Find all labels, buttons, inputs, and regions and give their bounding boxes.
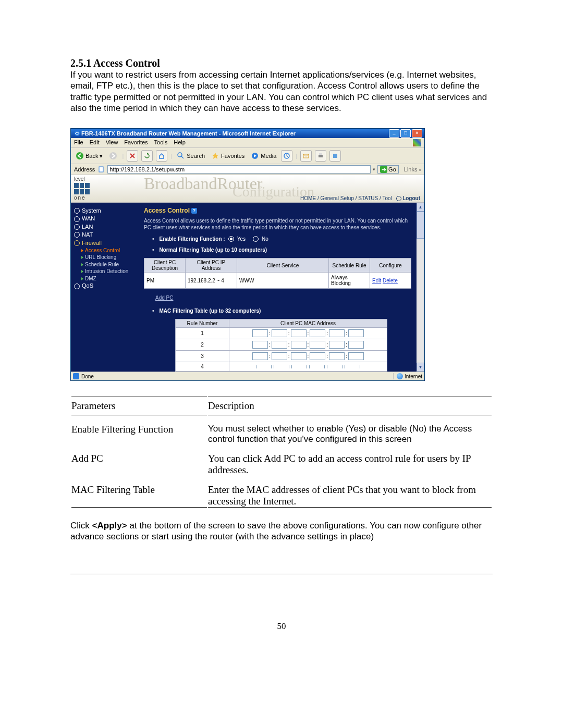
svg-line-4 xyxy=(181,156,183,158)
normal-filtering-title: Normal Filtering Table (up to 10 compute… xyxy=(152,247,411,253)
refresh-button[interactable] xyxy=(141,150,153,162)
parameters-table: Parameters Description Enable Filtering … xyxy=(70,396,493,509)
favorites-button[interactable]: Favorites xyxy=(210,151,246,161)
sidebar-sub-dmz[interactable]: DMZ xyxy=(81,275,137,282)
menu-bar: File Edit View Favorites Tools Help xyxy=(71,138,424,148)
params-header-left: Parameters xyxy=(71,397,207,415)
radio-no[interactable] xyxy=(253,236,259,242)
internet-icon xyxy=(397,373,403,379)
sidebar-item-nat[interactable]: NAT xyxy=(74,231,137,239)
logo-text-bottom: one xyxy=(74,195,90,201)
param-desc: You must select whether to enable (Yes) … xyxy=(208,416,492,445)
col-mac-address: Client PC MAC Address xyxy=(229,319,387,328)
mac-filtering-title: MAC Filtering Table (up to 32 computers) xyxy=(152,308,411,314)
normal-filtering-table: Client PC Description Client PC IP Addre… xyxy=(144,258,411,289)
param-name: MAC Filtering Table xyxy=(71,477,207,508)
svg-rect-10 xyxy=(333,154,337,158)
address-input[interactable] xyxy=(107,165,371,174)
print-button[interactable] xyxy=(315,150,326,162)
col-client-ip: Client PC IP Address xyxy=(186,258,237,273)
sidebar: System WAN LAN NAT Firewall Access Contr… xyxy=(71,203,139,372)
sidebar-sub-access-control[interactable]: Access Control xyxy=(81,247,137,254)
mac-row: 2::::: xyxy=(176,339,387,351)
menu-view[interactable]: View xyxy=(106,139,118,146)
media-button[interactable]: Media xyxy=(249,151,278,161)
toolbar: Back ▾ | | Search Favorites Media xyxy=(71,148,424,164)
param-desc: You can click Add PC to add an access co… xyxy=(208,446,492,476)
close-button[interactable]: × xyxy=(412,129,422,138)
params-header-right: Description xyxy=(208,397,492,415)
nav-general-setup[interactable]: General Setup xyxy=(320,195,354,201)
address-label: Address xyxy=(74,166,95,172)
mail-button[interactable] xyxy=(300,150,312,162)
footer-paragraph: Click <Apply> at the bottom of the scree… xyxy=(70,520,493,542)
sidebar-item-system[interactable]: System xyxy=(74,207,137,215)
window-title: FBR-1406TX Broadband Router Web Manageme… xyxy=(81,130,388,137)
param-name: Enable Filtering Function xyxy=(71,416,207,445)
scroll-down-button[interactable]: ▼ xyxy=(417,363,424,372)
vertical-scrollbar[interactable]: ▲ ▼ xyxy=(417,203,424,372)
sidebar-item-lan[interactable]: LAN xyxy=(74,223,137,231)
footer-rule xyxy=(70,574,493,574)
maximize-button[interactable]: □ xyxy=(400,129,411,138)
home-button[interactable] xyxy=(156,150,167,162)
col-client-desc: Client PC Description xyxy=(144,258,186,273)
content-title: Access Control ? xyxy=(144,207,411,214)
window-titlebar: FBR-1406TX Broadband Router Web Manageme… xyxy=(71,129,424,138)
nav-tool[interactable]: Tool xyxy=(382,195,391,201)
menu-edit[interactable]: Edit xyxy=(90,139,100,146)
menu-file[interactable]: File xyxy=(74,139,83,146)
links-label[interactable]: Links » xyxy=(404,166,421,172)
forward-button[interactable] xyxy=(107,151,119,161)
stop-button[interactable] xyxy=(127,150,138,162)
sidebar-item-wan[interactable]: WAN xyxy=(74,215,137,223)
col-schedule-rule: Schedule Rule xyxy=(329,258,370,273)
done-icon xyxy=(73,373,79,379)
menu-tools[interactable]: Tools xyxy=(154,139,168,146)
section-heading: 2.5.1 Access Control xyxy=(70,57,493,69)
windows-flag-icon xyxy=(413,139,421,146)
col-configure: Configure xyxy=(370,258,411,273)
sidebar-sub-intrusion-detection[interactable]: Intrusion Detection xyxy=(81,268,137,275)
col-client-service: Client Service xyxy=(237,258,329,273)
go-button[interactable]: ➔Go xyxy=(377,165,399,174)
menu-favorites[interactable]: Favorites xyxy=(124,139,148,146)
back-button[interactable]: Back ▾ xyxy=(74,151,104,161)
search-button[interactable]: Search xyxy=(175,151,206,161)
edit-link[interactable]: Edit xyxy=(372,278,381,283)
param-name: Add PC xyxy=(71,446,207,476)
minimize-button[interactable]: _ xyxy=(389,129,399,138)
logo-text-top: level xyxy=(74,177,90,182)
ie-icon xyxy=(73,129,81,138)
scroll-up-button[interactable]: ▲ xyxy=(417,203,424,212)
svg-rect-8 xyxy=(319,155,323,157)
add-pc-link[interactable]: Add PC xyxy=(155,295,411,301)
nav-home[interactable]: HOME xyxy=(300,195,316,201)
sidebar-item-firewall[interactable]: Firewall xyxy=(74,239,137,247)
menu-help[interactable]: Help xyxy=(174,139,186,146)
svg-point-1 xyxy=(76,152,83,159)
mac-row: 1::::: xyxy=(176,328,387,339)
delete-link[interactable]: Delete xyxy=(383,278,398,283)
top-nav: HOME / General Setup / STATUS / Tool Log… xyxy=(300,195,420,201)
mac-filtering-table: Rule Number Client PC MAC Address 1:::::… xyxy=(175,319,387,372)
mac-row: 3::::: xyxy=(176,351,387,362)
sidebar-sub-schedule-rule[interactable]: Schedule Rule xyxy=(81,261,137,268)
status-zone: Internet xyxy=(393,373,422,379)
param-desc: Enter the MAC addresses of client PCs th… xyxy=(208,477,492,508)
svg-point-3 xyxy=(178,153,182,157)
sidebar-sub-url-blocking[interactable]: URL Blocking xyxy=(81,254,137,261)
edit-button[interactable] xyxy=(329,150,341,162)
nav-status[interactable]: STATUS xyxy=(358,195,378,201)
ie-window: FBR-1406TX Broadband Router Web Manageme… xyxy=(70,128,425,381)
radio-yes[interactable] xyxy=(228,236,234,242)
help-icon[interactable]: ? xyxy=(191,208,197,214)
enable-filtering-row: Enable Filtering Function : Yes No xyxy=(152,236,411,242)
nav-logout[interactable]: Logout xyxy=(402,195,420,201)
mac-row: 4 xyxy=(176,362,387,372)
content-pane: Access Control ? Access Control allows u… xyxy=(139,203,417,372)
status-bar: Done Internet xyxy=(71,372,424,380)
sidebar-item-qos[interactable]: QoS xyxy=(74,282,137,290)
col-rule-number: Rule Number xyxy=(176,319,229,328)
history-button[interactable] xyxy=(281,150,292,162)
